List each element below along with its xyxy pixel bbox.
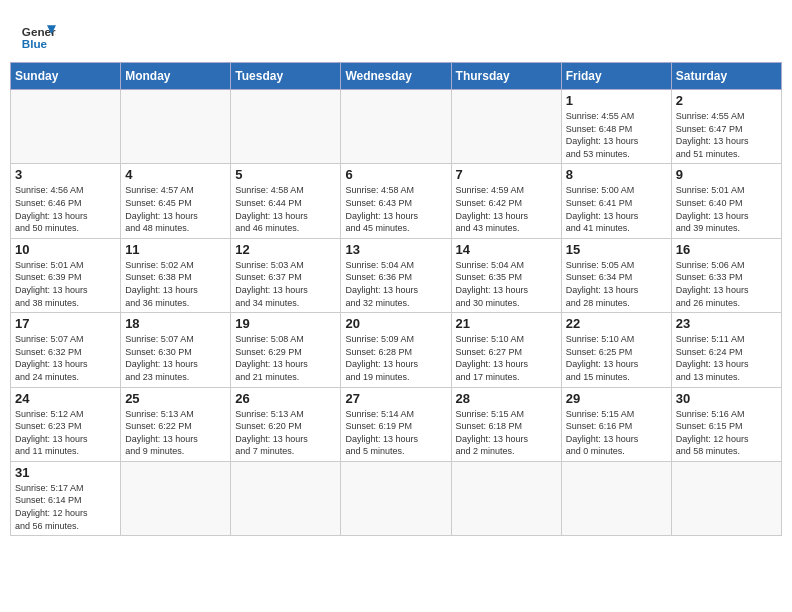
day-cell: 13Sunrise: 5:04 AM Sunset: 6:36 PM Dayli…: [341, 238, 451, 312]
weekday-friday: Friday: [561, 63, 671, 90]
day-cell: [11, 90, 121, 164]
day-number: 15: [566, 242, 667, 257]
day-number: 20: [345, 316, 446, 331]
day-cell: 21Sunrise: 5:10 AM Sunset: 6:27 PM Dayli…: [451, 313, 561, 387]
day-cell: 29Sunrise: 5:15 AM Sunset: 6:16 PM Dayli…: [561, 387, 671, 461]
day-cell: [231, 90, 341, 164]
day-info: Sunrise: 5:11 AM Sunset: 6:24 PM Dayligh…: [676, 333, 777, 383]
day-number: 3: [15, 167, 116, 182]
logo-icon: General Blue: [20, 18, 56, 54]
day-info: Sunrise: 5:04 AM Sunset: 6:35 PM Dayligh…: [456, 259, 557, 309]
day-number: 26: [235, 391, 336, 406]
weekday-sunday: Sunday: [11, 63, 121, 90]
day-cell: 30Sunrise: 5:16 AM Sunset: 6:15 PM Dayli…: [671, 387, 781, 461]
day-cell: 14Sunrise: 5:04 AM Sunset: 6:35 PM Dayli…: [451, 238, 561, 312]
calendar-table: SundayMondayTuesdayWednesdayThursdayFrid…: [10, 62, 782, 536]
day-cell: 17Sunrise: 5:07 AM Sunset: 6:32 PM Dayli…: [11, 313, 121, 387]
day-info: Sunrise: 4:59 AM Sunset: 6:42 PM Dayligh…: [456, 184, 557, 234]
day-cell: 15Sunrise: 5:05 AM Sunset: 6:34 PM Dayli…: [561, 238, 671, 312]
day-number: 30: [676, 391, 777, 406]
day-cell: 4Sunrise: 4:57 AM Sunset: 6:45 PM Daylig…: [121, 164, 231, 238]
day-cell: 5Sunrise: 4:58 AM Sunset: 6:44 PM Daylig…: [231, 164, 341, 238]
day-number: 23: [676, 316, 777, 331]
weekday-wednesday: Wednesday: [341, 63, 451, 90]
day-info: Sunrise: 4:58 AM Sunset: 6:43 PM Dayligh…: [345, 184, 446, 234]
logo: General Blue: [20, 18, 56, 54]
day-cell: [121, 90, 231, 164]
week-row-6: 31Sunrise: 5:17 AM Sunset: 6:14 PM Dayli…: [11, 461, 782, 535]
day-info: Sunrise: 5:16 AM Sunset: 6:15 PM Dayligh…: [676, 408, 777, 458]
day-info: Sunrise: 5:01 AM Sunset: 6:40 PM Dayligh…: [676, 184, 777, 234]
day-cell: [341, 461, 451, 535]
weekday-tuesday: Tuesday: [231, 63, 341, 90]
day-number: 10: [15, 242, 116, 257]
weekday-header-row: SundayMondayTuesdayWednesdayThursdayFrid…: [11, 63, 782, 90]
day-info: Sunrise: 5:17 AM Sunset: 6:14 PM Dayligh…: [15, 482, 116, 532]
day-cell: 31Sunrise: 5:17 AM Sunset: 6:14 PM Dayli…: [11, 461, 121, 535]
day-number: 21: [456, 316, 557, 331]
day-number: 8: [566, 167, 667, 182]
week-row-2: 3Sunrise: 4:56 AM Sunset: 6:46 PM Daylig…: [11, 164, 782, 238]
day-info: Sunrise: 4:56 AM Sunset: 6:46 PM Dayligh…: [15, 184, 116, 234]
day-number: 11: [125, 242, 226, 257]
day-info: Sunrise: 5:15 AM Sunset: 6:18 PM Dayligh…: [456, 408, 557, 458]
day-cell: 9Sunrise: 5:01 AM Sunset: 6:40 PM Daylig…: [671, 164, 781, 238]
day-info: Sunrise: 4:55 AM Sunset: 6:47 PM Dayligh…: [676, 110, 777, 160]
day-number: 9: [676, 167, 777, 182]
day-cell: 2Sunrise: 4:55 AM Sunset: 6:47 PM Daylig…: [671, 90, 781, 164]
day-info: Sunrise: 5:09 AM Sunset: 6:28 PM Dayligh…: [345, 333, 446, 383]
day-number: 4: [125, 167, 226, 182]
day-info: Sunrise: 5:15 AM Sunset: 6:16 PM Dayligh…: [566, 408, 667, 458]
weekday-thursday: Thursday: [451, 63, 561, 90]
day-info: Sunrise: 5:12 AM Sunset: 6:23 PM Dayligh…: [15, 408, 116, 458]
svg-text:Blue: Blue: [22, 37, 48, 50]
day-number: 24: [15, 391, 116, 406]
day-cell: 10Sunrise: 5:01 AM Sunset: 6:39 PM Dayli…: [11, 238, 121, 312]
day-cell: 24Sunrise: 5:12 AM Sunset: 6:23 PM Dayli…: [11, 387, 121, 461]
day-info: Sunrise: 4:57 AM Sunset: 6:45 PM Dayligh…: [125, 184, 226, 234]
weekday-saturday: Saturday: [671, 63, 781, 90]
day-cell: 25Sunrise: 5:13 AM Sunset: 6:22 PM Dayli…: [121, 387, 231, 461]
day-number: 19: [235, 316, 336, 331]
day-cell: 27Sunrise: 5:14 AM Sunset: 6:19 PM Dayli…: [341, 387, 451, 461]
day-number: 7: [456, 167, 557, 182]
day-number: 12: [235, 242, 336, 257]
day-cell: 28Sunrise: 5:15 AM Sunset: 6:18 PM Dayli…: [451, 387, 561, 461]
day-number: 18: [125, 316, 226, 331]
day-number: 25: [125, 391, 226, 406]
day-cell: 6Sunrise: 4:58 AM Sunset: 6:43 PM Daylig…: [341, 164, 451, 238]
day-number: 22: [566, 316, 667, 331]
day-number: 13: [345, 242, 446, 257]
page-header: General Blue: [10, 10, 782, 58]
day-cell: 3Sunrise: 4:56 AM Sunset: 6:46 PM Daylig…: [11, 164, 121, 238]
day-info: Sunrise: 5:10 AM Sunset: 6:25 PM Dayligh…: [566, 333, 667, 383]
day-cell: 8Sunrise: 5:00 AM Sunset: 6:41 PM Daylig…: [561, 164, 671, 238]
day-number: 16: [676, 242, 777, 257]
day-cell: [561, 461, 671, 535]
day-cell: 7Sunrise: 4:59 AM Sunset: 6:42 PM Daylig…: [451, 164, 561, 238]
day-cell: [451, 90, 561, 164]
day-cell: 11Sunrise: 5:02 AM Sunset: 6:38 PM Dayli…: [121, 238, 231, 312]
day-cell: 19Sunrise: 5:08 AM Sunset: 6:29 PM Dayli…: [231, 313, 341, 387]
day-info: Sunrise: 4:58 AM Sunset: 6:44 PM Dayligh…: [235, 184, 336, 234]
day-cell: 20Sunrise: 5:09 AM Sunset: 6:28 PM Dayli…: [341, 313, 451, 387]
day-cell: 23Sunrise: 5:11 AM Sunset: 6:24 PM Dayli…: [671, 313, 781, 387]
day-info: Sunrise: 5:02 AM Sunset: 6:38 PM Dayligh…: [125, 259, 226, 309]
day-info: Sunrise: 5:07 AM Sunset: 6:30 PM Dayligh…: [125, 333, 226, 383]
day-cell: [451, 461, 561, 535]
day-cell: 18Sunrise: 5:07 AM Sunset: 6:30 PM Dayli…: [121, 313, 231, 387]
day-number: 5: [235, 167, 336, 182]
week-row-5: 24Sunrise: 5:12 AM Sunset: 6:23 PM Dayli…: [11, 387, 782, 461]
day-number: 14: [456, 242, 557, 257]
week-row-3: 10Sunrise: 5:01 AM Sunset: 6:39 PM Dayli…: [11, 238, 782, 312]
day-info: Sunrise: 4:55 AM Sunset: 6:48 PM Dayligh…: [566, 110, 667, 160]
day-number: 1: [566, 93, 667, 108]
day-info: Sunrise: 5:01 AM Sunset: 6:39 PM Dayligh…: [15, 259, 116, 309]
day-number: 28: [456, 391, 557, 406]
day-info: Sunrise: 5:07 AM Sunset: 6:32 PM Dayligh…: [15, 333, 116, 383]
weekday-monday: Monday: [121, 63, 231, 90]
week-row-1: 1Sunrise: 4:55 AM Sunset: 6:48 PM Daylig…: [11, 90, 782, 164]
day-cell: 16Sunrise: 5:06 AM Sunset: 6:33 PM Dayli…: [671, 238, 781, 312]
day-cell: [231, 461, 341, 535]
day-info: Sunrise: 5:05 AM Sunset: 6:34 PM Dayligh…: [566, 259, 667, 309]
